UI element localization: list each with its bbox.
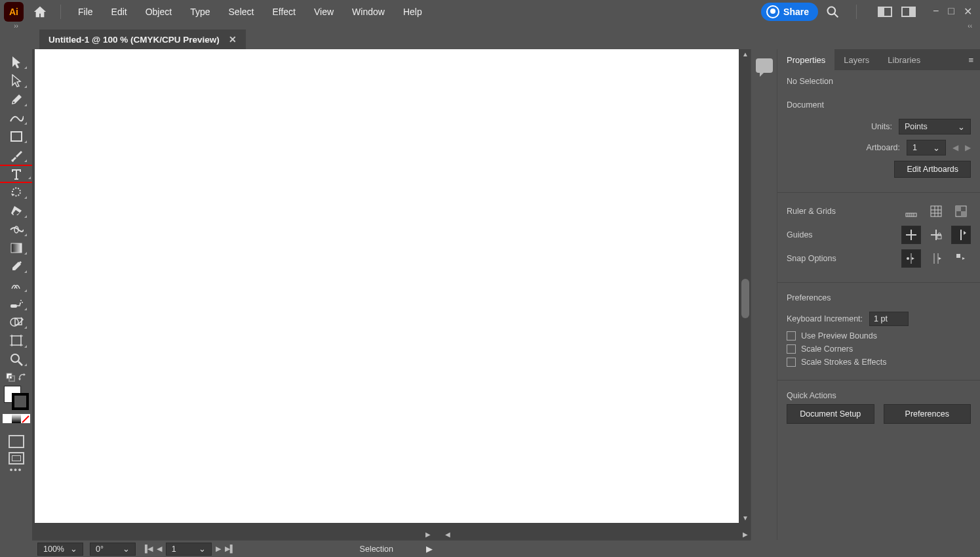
menu-object[interactable]: Object bbox=[138, 3, 180, 21]
menu-select[interactable]: Select bbox=[221, 3, 262, 21]
horizontal-scrollbar[interactable]: ▶ ◀ ▶ bbox=[32, 529, 751, 540]
default-fill-stroke-icon[interactable] bbox=[6, 373, 15, 382]
keyboard-increment-input[interactable]: 1 pt bbox=[869, 312, 909, 326]
scroll-up-icon[interactable]: ▲ bbox=[742, 51, 749, 58]
eyedropper-tool[interactable] bbox=[2, 257, 31, 276]
direct-selection-tool[interactable] bbox=[2, 72, 31, 90]
status-flyout-icon[interactable]: ▶ bbox=[426, 544, 433, 554]
snap-point-icon[interactable] bbox=[901, 249, 921, 268]
edit-toolbar-icon[interactable]: ••• bbox=[10, 464, 23, 474]
artboard-tool[interactable] bbox=[2, 331, 31, 350]
comments-panel-icon[interactable] bbox=[756, 58, 773, 73]
type-tool[interactable] bbox=[0, 165, 36, 183]
next-artboard-icon[interactable]: ▶ bbox=[965, 143, 971, 152]
color-mode-solid-icon[interactable] bbox=[3, 414, 12, 423]
color-mode-gradient-icon[interactable] bbox=[12, 414, 21, 423]
tab-libraries[interactable]: Libraries bbox=[878, 49, 930, 70]
workspace-layout-b-icon[interactable] bbox=[901, 7, 916, 17]
screen-mode-icon[interactable] bbox=[9, 452, 24, 465]
artboard-nav-dropdown[interactable]: 1 ⌄ bbox=[166, 543, 212, 556]
eraser-tool[interactable] bbox=[2, 201, 31, 220]
home-button[interactable] bbox=[29, 1, 51, 23]
zoom-level-dropdown[interactable]: 100% ⌄ bbox=[37, 543, 83, 556]
fill-stroke-control[interactable] bbox=[4, 386, 29, 410]
snap-grid-icon[interactable] bbox=[926, 249, 946, 268]
share-button[interactable]: Share bbox=[761, 3, 818, 21]
curvature-tool[interactable] bbox=[2, 109, 31, 127]
rulers-toggle-icon[interactable] bbox=[901, 202, 921, 220]
prev-artboard-icon[interactable]: ◀ bbox=[952, 143, 958, 152]
preferences-button[interactable]: Preferences bbox=[884, 404, 971, 424]
workspace-layout-a-icon[interactable] bbox=[878, 7, 892, 17]
scale-strokes-checkbox[interactable]: Scale Strokes & Effects bbox=[787, 358, 971, 367]
search-button[interactable] bbox=[826, 5, 839, 18]
main-menu: File Edit Object Type Select Effect View… bbox=[70, 3, 430, 21]
last-artboard-icon[interactable]: ▶▌ bbox=[225, 545, 235, 553]
transparency-grid-icon[interactable] bbox=[951, 202, 971, 220]
tab-layers[interactable]: Layers bbox=[834, 49, 878, 70]
rotate-view-dropdown[interactable]: 0° ⌄ bbox=[90, 543, 136, 556]
edit-artboards-button[interactable]: Edit Artboards bbox=[894, 161, 971, 178]
first-artboard-icon[interactable]: ▐◀ bbox=[142, 545, 153, 553]
panel-menu-icon[interactable]: ≡ bbox=[962, 49, 980, 70]
pen-tool[interactable] bbox=[2, 91, 31, 109]
width-tool[interactable] bbox=[2, 220, 31, 239]
symbol-sprayer-tool[interactable] bbox=[2, 295, 31, 313]
menu-help[interactable]: Help bbox=[395, 3, 430, 21]
paintbrush-tool[interactable] bbox=[2, 146, 31, 164]
scroll-right-icon[interactable]: ▶ bbox=[425, 531, 431, 538]
menu-type[interactable]: Type bbox=[182, 3, 218, 21]
current-tool-label: Selection bbox=[360, 545, 393, 554]
guides-show-icon[interactable] bbox=[901, 226, 921, 244]
blend-tool[interactable] bbox=[2, 276, 31, 294]
stroke-swatch[interactable] bbox=[12, 393, 29, 410]
panel-collapse-icon[interactable]: ‹‹ bbox=[751, 23, 980, 30]
gradient-tool[interactable] bbox=[2, 239, 31, 257]
shape-builder-tool[interactable] bbox=[2, 313, 31, 331]
window-minimize-icon[interactable]: − bbox=[933, 5, 939, 18]
rotate-tool[interactable] bbox=[2, 183, 31, 201]
artboard-dropdown[interactable]: 1 ⌄ bbox=[907, 140, 946, 155]
tab-properties[interactable]: Properties bbox=[777, 49, 834, 70]
window-close-icon[interactable]: ✕ bbox=[964, 5, 972, 18]
next-artboard-icon[interactable]: ▶ bbox=[216, 545, 221, 553]
toolbox-collapse-icon[interactable]: ›› bbox=[0, 23, 32, 30]
menu-view[interactable]: View bbox=[306, 3, 342, 21]
artboard-nav-value: 1 bbox=[172, 545, 176, 554]
prev-artboard-icon[interactable]: ◀ bbox=[157, 545, 162, 553]
svg-rect-18 bbox=[931, 206, 941, 217]
scale-corners-checkbox[interactable]: Scale Corners bbox=[787, 344, 971, 354]
status-bar: 100% ⌄ 0° ⌄ ▐◀ ◀ 1 ⌄ ▶ ▶▌ Selection ▶ bbox=[32, 540, 751, 557]
canvas-viewport[interactable]: ▲ ▼ bbox=[32, 49, 751, 529]
smart-guides-icon[interactable] bbox=[951, 226, 971, 244]
vertical-scrollbar-thumb[interactable] bbox=[741, 279, 749, 318]
snap-pixel-icon[interactable] bbox=[951, 249, 971, 268]
guides-lock-icon[interactable] bbox=[926, 226, 946, 244]
swap-fill-stroke-icon[interactable] bbox=[18, 373, 27, 382]
window-maximize-icon[interactable]: □ bbox=[948, 5, 954, 18]
scroll-left-stop-icon[interactable]: ◀ bbox=[445, 531, 450, 538]
use-preview-bounds-checkbox[interactable]: Use Preview Bounds bbox=[787, 331, 971, 340]
menu-file[interactable]: File bbox=[70, 3, 101, 21]
draw-mode-icon[interactable] bbox=[9, 435, 24, 448]
document-setup-button[interactable]: Document Setup bbox=[787, 404, 874, 424]
scroll-right-stop-icon[interactable]: ▶ bbox=[743, 531, 748, 538]
grid-toggle-icon[interactable] bbox=[926, 202, 946, 220]
zoom-tool[interactable] bbox=[2, 350, 31, 369]
svg-rect-24 bbox=[956, 254, 960, 258]
svg-point-13 bbox=[11, 354, 19, 362]
menu-edit[interactable]: Edit bbox=[104, 3, 135, 21]
close-document-icon[interactable]: ✕ bbox=[229, 34, 237, 45]
ruler-grids-title: Ruler & Grids bbox=[787, 207, 836, 216]
document-tab[interactable]: Untitled-1 @ 100 % (CMYK/CPU Preview) ✕ bbox=[39, 30, 246, 49]
vertical-scrollbar[interactable]: ▲ ▼ bbox=[740, 49, 751, 523]
units-dropdown[interactable]: Points ⌄ bbox=[899, 119, 971, 134]
selection-tool[interactable] bbox=[2, 53, 31, 72]
scroll-down-icon[interactable]: ▼ bbox=[742, 514, 749, 522]
color-mode-none-icon[interactable] bbox=[21, 414, 30, 423]
menu-window[interactable]: Window bbox=[344, 3, 393, 21]
artboard[interactable] bbox=[35, 49, 739, 523]
rectangle-tool[interactable] bbox=[2, 127, 31, 146]
use-preview-bounds-label: Use Preview Bounds bbox=[801, 331, 877, 340]
menu-effect[interactable]: Effect bbox=[264, 3, 304, 21]
